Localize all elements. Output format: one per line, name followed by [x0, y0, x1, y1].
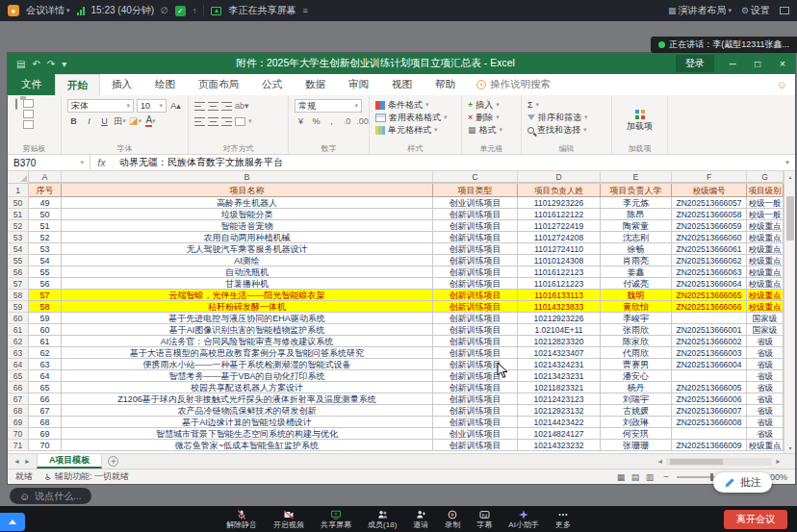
- align-left-icon[interactable]: [194, 117, 205, 126]
- cell-F53[interactable]: ZN202513666060: [672, 232, 747, 243]
- row-header[interactable]: 69: [8, 417, 29, 428]
- cell-A71[interactable]: 70: [29, 440, 62, 451]
- cell-F68[interactable]: ZN202513666007: [672, 405, 747, 417]
- cell-B57[interactable]: 甘薯播种机: [62, 278, 433, 290]
- cell-F51[interactable]: ZN202513666058: [672, 209, 747, 220]
- cell-F50[interactable]: ZN202513666057: [672, 197, 747, 209]
- cell-G71[interactable]: 校级重点: [747, 440, 784, 451]
- row-header[interactable]: 50: [8, 197, 29, 209]
- column-header-D[interactable]: D: [518, 171, 601, 183]
- cell-F56[interactable]: ZN202513666063: [672, 266, 747, 278]
- cell-D60[interactable]: 10212923226: [518, 313, 601, 324]
- sheet-tab-active[interactable]: A项目模板: [37, 454, 103, 469]
- save-icon[interactable]: ▤: [16, 59, 25, 69]
- cell-F64[interactable]: ZN202513666004: [672, 359, 747, 370]
- cell-B60[interactable]: 基于先进电控与液压协同的EHA驱动系统: [62, 313, 433, 324]
- cell-C51[interactable]: 创新训练项目: [433, 209, 518, 220]
- tell-me-search[interactable]: 操作说明搜索: [476, 74, 551, 95]
- feedback-face-icon[interactable]: ☺: [777, 79, 787, 90]
- cell-B68[interactable]: 农产品冷链物流保鲜技术的研发创新: [62, 405, 433, 417]
- cell-D66[interactable]: 10211823321: [518, 382, 601, 393]
- redo-icon[interactable]: ↷: [47, 59, 55, 69]
- cell-C62[interactable]: 创新训练项目: [433, 336, 518, 347]
- delete-cells-button[interactable]: ×删除▾: [468, 112, 515, 123]
- borders-button[interactable]: 田▾: [114, 115, 126, 128]
- cell-E61[interactable]: 张雨欣: [601, 324, 672, 336]
- ribbon-tab-文件[interactable]: 文件: [8, 74, 55, 95]
- align-top-icon[interactable]: [194, 102, 205, 111]
- font-color-button[interactable]: A▾: [144, 115, 157, 128]
- row-header[interactable]: 62: [8, 336, 29, 347]
- cell-F62[interactable]: ZN202513666002: [672, 336, 747, 347]
- cell-G58[interactable]: 校级重点: [747, 290, 784, 301]
- row-header[interactable]: 61: [8, 324, 29, 336]
- cell-A57[interactable]: 56: [29, 278, 62, 290]
- row-header[interactable]: 67: [8, 393, 29, 405]
- cell-G52[interactable]: 校级重点: [747, 220, 784, 232]
- row-header[interactable]: 57: [8, 278, 29, 290]
- row-header[interactable]: 63: [8, 347, 29, 359]
- cell-A69[interactable]: 68: [29, 417, 62, 428]
- cell-E55[interactable]: 肖雨亮: [601, 255, 672, 266]
- cell-D65[interactable]: 10213423231: [518, 370, 601, 382]
- fill-color-button[interactable]: ◪▾: [129, 115, 141, 128]
- merge-center-button[interactable]: [235, 117, 245, 126]
- audio-muted-icon[interactable]: ∅: [161, 6, 168, 15]
- cell-G70[interactable]: 省级: [747, 428, 784, 440]
- cell-A51[interactable]: 50: [29, 209, 62, 220]
- cell-F1[interactable]: 校级编号: [672, 184, 747, 197]
- cell-A64[interactable]: 63: [29, 359, 62, 370]
- addins-button[interactable]: 加载项: [618, 99, 661, 143]
- cell-styles-button[interactable]: 单元格样式▾: [375, 124, 455, 136]
- cell-D59[interactable]: 11014323833: [518, 301, 601, 313]
- cell-B70[interactable]: 智慧城市背景下智能生态空间系统的构建与优化: [62, 428, 433, 440]
- cell-B52[interactable]: 智能语音宠物: [62, 220, 433, 232]
- cell-B65[interactable]: 智慧考务——基于VBA的自动化打印系统: [62, 370, 433, 382]
- row-header[interactable]: 64: [8, 359, 29, 370]
- column-header-G[interactable]: G: [747, 171, 784, 183]
- cell-A68[interactable]: 67: [29, 405, 62, 417]
- cell-B63[interactable]: 基于大语言模型的高校思政教育案例分享及智能问答系统研究: [62, 347, 433, 359]
- cell-G63[interactable]: 省级: [747, 347, 784, 359]
- row-header[interactable]: 52: [8, 220, 29, 232]
- ribbon-tab-插入[interactable]: 插入: [100, 74, 143, 95]
- cell-B58[interactable]: 云端智晾，光伴生活——阳光智能晾衣架: [62, 290, 433, 301]
- cell-C68[interactable]: 创新训练项目: [433, 405, 518, 417]
- cell-G69[interactable]: 省级: [747, 417, 784, 428]
- column-header-F[interactable]: F: [672, 171, 747, 183]
- cell-D62[interactable]: 10212823320: [518, 336, 601, 347]
- column-header-A[interactable]: A: [29, 171, 62, 183]
- cell-F55[interactable]: ZN202513666062: [672, 255, 747, 266]
- decrease-decimal-icon[interactable]: .00: [356, 115, 369, 128]
- cell-C55[interactable]: 创新训练项目: [433, 255, 518, 266]
- cell-B66[interactable]: 校园共享配送机器人方案设计: [62, 382, 433, 393]
- ribbon-tab-审阅[interactable]: 审阅: [337, 74, 380, 95]
- cell-B59[interactable]: 秸秆粉碎发酵一体机: [62, 301, 433, 313]
- cell-D51[interactable]: 11016122122: [518, 209, 601, 220]
- ribbon-tab-开始[interactable]: 开始: [55, 74, 100, 95]
- cell-G65[interactable]: 省级: [747, 370, 784, 382]
- cell-D52[interactable]: 11012722419: [518, 220, 601, 232]
- cell-C71[interactable]: 创新训练项目: [433, 440, 518, 451]
- cell-B51[interactable]: 垃圾智能分类: [62, 209, 433, 220]
- copy-icon[interactable]: [23, 110, 34, 118]
- accounting-format-icon[interactable]: ¥: [295, 115, 307, 128]
- ribbon-tab-帮助[interactable]: 帮助: [424, 74, 467, 95]
- comma-style-icon[interactable]: ,: [325, 115, 338, 128]
- cell-F63[interactable]: ZN202513666003: [672, 347, 747, 359]
- scroll-up-icon[interactable]: ▴: [784, 171, 795, 182]
- fullscreen-icon[interactable]: [780, 7, 789, 14]
- row-header[interactable]: 56: [8, 266, 29, 278]
- row-header[interactable]: 51: [8, 209, 29, 220]
- cell-G59[interactable]: 校级重点: [747, 301, 784, 313]
- toolbar-more-button[interactable]: 更多: [555, 509, 571, 529]
- cell-G60[interactable]: 国家级: [747, 313, 784, 324]
- cell-B71[interactable]: 微芯鱼管家~低成本智能鱼缸监护系统: [62, 440, 433, 451]
- vertical-scrollbar[interactable]: ▴ ▾: [784, 171, 795, 453]
- bold-button[interactable]: B: [67, 115, 80, 128]
- hscroll-thumb[interactable]: [670, 459, 723, 465]
- new-sheet-icon[interactable]: +: [108, 456, 118, 467]
- sort-filter-button[interactable]: 排序和筛选▾: [527, 112, 605, 123]
- number-format-select[interactable]: 常规▾: [295, 99, 362, 113]
- cell-C63[interactable]: 创新训练项目: [433, 347, 518, 359]
